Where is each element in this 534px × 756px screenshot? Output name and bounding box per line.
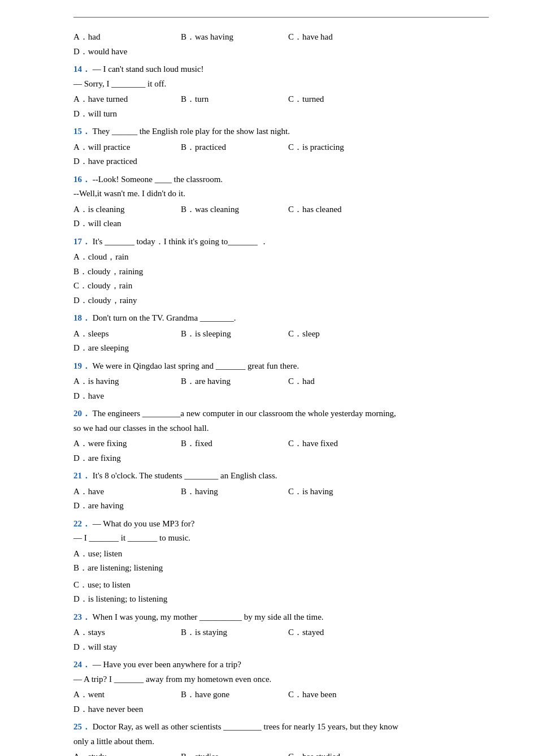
q21-option-b: B．having — [181, 485, 288, 499]
q22-option-c: C．use; to listen — [73, 578, 288, 593]
q23-option-b: B．is staying — [181, 625, 288, 640]
q16-option-c: C．has cleaned — [288, 202, 396, 217]
q18-number: 18． — [73, 313, 90, 322]
q21-text: It's 8 o'clock. The students ________ an… — [93, 471, 277, 480]
q18-text: Don't turn on the TV. Grandma ________. — [93, 313, 236, 322]
q14-option-c: C．turned — [288, 92, 396, 107]
q23-option-c: C．stayed — [288, 625, 396, 640]
option-b: B．was having — [181, 30, 288, 45]
q25-option-b: B．studies — [181, 750, 288, 756]
q15-number: 15． — [73, 127, 90, 136]
q20-option-d: D．are fixing — [73, 451, 181, 466]
q16-text: --Look! Someone ____ the classroom. — [93, 175, 223, 184]
q14-dialog2: — Sorry, I ________ it off. — [73, 77, 489, 92]
question-19: 19． We were in Qingdao last spring and _… — [73, 359, 489, 404]
q17-option-b: B．cloudy，raining — [73, 265, 489, 279]
q25-number: 25． — [73, 722, 90, 731]
q14-number: 14． — [73, 64, 90, 74]
q21-option-c: C．is having — [288, 485, 396, 499]
q16-option-d: D．will clean — [73, 217, 181, 231]
q23-number: 23． — [73, 612, 90, 621]
q15-option-a: A．will practice — [73, 140, 181, 155]
q22-text: — What do you use MP3 for? — [93, 519, 195, 528]
q24-text: — Have you ever been anywhere for a trip… — [93, 660, 241, 669]
option-d: D．would have — [73, 45, 181, 59]
question-17: 17． It's _______ today．I think it's goin… — [73, 235, 489, 308]
q21-number: 21． — [73, 471, 90, 480]
q22-option-d: D．is listening; to listening — [73, 592, 288, 607]
q16-option-a: A．is cleaning — [73, 202, 181, 217]
question-25: 25． Doctor Ray, as well as other scienti… — [73, 720, 489, 756]
question-24: 24． — Have you ever been anywhere for a … — [73, 658, 489, 716]
q19-option-d: D．have — [73, 389, 181, 404]
q24-dialog2: — A trip? I _______ away from my hometow… — [73, 672, 489, 687]
question-16: 16． --Look! Someone ____ the classroom. … — [73, 172, 489, 231]
question-20: 20． The engineers _________a new compute… — [73, 407, 489, 465]
q22-dialog2: — I _______ it _______ to music. — [73, 531, 489, 546]
question-22: 22． — What do you use MP3 for? — I _____… — [73, 517, 489, 607]
q18-option-a: A．sleeps — [73, 327, 181, 342]
q24-option-a: A．went — [73, 688, 181, 702]
question-14: 14． — I can't stand such loud music! — S… — [73, 62, 489, 121]
q20-text2: so we had our classes in the school hall… — [73, 421, 489, 436]
q17-option-c: C．cloudy，rain — [73, 279, 489, 293]
q24-option-d: D．have never been — [73, 702, 181, 717]
q19-number: 19． — [73, 361, 90, 370]
q16-number: 16． — [73, 175, 90, 184]
q17-option-d: D．cloudy，rainy — [73, 293, 489, 308]
question-21: 21． It's 8 o'clock. The students _______… — [73, 469, 489, 513]
q15-option-b: B．practiced — [181, 140, 288, 155]
q17-number: 17． — [73, 237, 90, 246]
question-23: 23． When I was young, my mother ________… — [73, 610, 489, 655]
q19-text: We were in Qingdao last spring and _____… — [92, 361, 299, 370]
question-15: 15． They ______ the English role play fo… — [73, 124, 489, 169]
q18-option-d: D．are sleeping — [73, 341, 181, 356]
q19-option-c: C．had — [288, 374, 396, 389]
q15-option-c: C．is practicing — [288, 140, 396, 155]
q14-option-d: D．will turn — [73, 107, 181, 122]
q24-number: 24． — [73, 660, 90, 669]
q15-option-d: D．have practiced — [73, 154, 181, 169]
q25-option-a: A．study — [73, 750, 181, 756]
q25-text: Doctor Ray, as well as other scientists … — [93, 722, 398, 731]
q23-option-a: A．stays — [73, 625, 181, 640]
q25-text2: only a little about them. — [73, 735, 489, 749]
option-a: A．had — [73, 30, 181, 45]
q20-option-a: A．were fixing — [73, 437, 181, 451]
q23-text: When I was young, my mother __________ b… — [92, 612, 323, 621]
q21-option-d: D．are having — [73, 499, 181, 513]
q20-text: The engineers _________a new computer in… — [92, 409, 396, 418]
q20-number: 20． — [73, 409, 90, 418]
q22-option-a: A．use; listen — [73, 547, 288, 561]
q23-option-d: D．will stay — [73, 640, 181, 655]
q16-option-b: B．was cleaning — [181, 202, 288, 217]
q25-option-c: C．has studied — [288, 750, 396, 756]
q14-text: — I can't stand such loud music! — [93, 64, 204, 74]
q24-option-b: B．have gone — [181, 688, 288, 702]
top-divider — [73, 17, 489, 18]
q18-option-b: B．is sleeping — [181, 327, 288, 342]
q22-number: 22． — [73, 519, 90, 528]
q14-option-b: B．turn — [181, 92, 288, 107]
pre-options: A．had B．was having C．have had D．would ha… — [73, 30, 489, 59]
q19-option-a: A．is having — [73, 374, 181, 389]
q20-option-c: C．have fixed — [288, 437, 396, 451]
q22-option-b: B．are listening; listening — [73, 561, 288, 576]
q16-dialog2: --Well,it wasn't me. I didn't do it. — [73, 187, 489, 201]
q17-text: It's _______ today．I think it's going to… — [93, 237, 268, 246]
option-c: C．have had — [288, 30, 396, 45]
q17-option-a: A．cloud，rain — [73, 250, 489, 265]
question-18: 18． Don't turn on the TV. Grandma ______… — [73, 311, 489, 356]
q19-option-b: B．are having — [181, 374, 288, 389]
q24-option-c: C．have been — [288, 688, 396, 702]
q14-option-a: A．have turned — [73, 92, 181, 107]
q15-text: They ______ the English role play for th… — [92, 127, 290, 136]
q21-option-a: A．have — [73, 485, 181, 499]
q20-option-b: B．fixed — [181, 437, 288, 451]
q18-option-c: C．sleep — [288, 327, 396, 342]
